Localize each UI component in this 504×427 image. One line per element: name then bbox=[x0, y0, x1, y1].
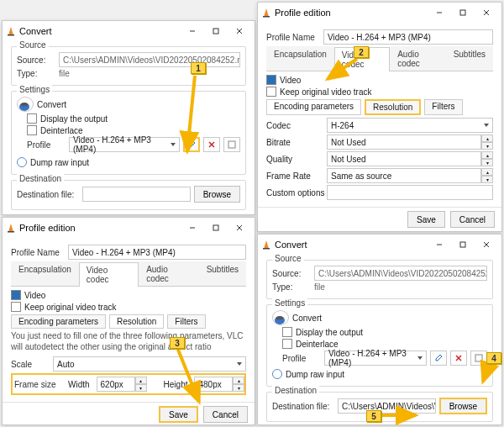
tab-encapsulation[interactable]: Encapsulation bbox=[266, 46, 334, 71]
cancel-button[interactable]: Cancel bbox=[203, 406, 248, 423]
scale-select[interactable]: Auto bbox=[53, 356, 246, 372]
subtab-encoding[interactable]: Encoding parameters bbox=[266, 99, 361, 115]
convert-window-1: Convert Source Source:C:\Users\ADMIN\Vid… bbox=[2, 20, 255, 215]
browse-button[interactable]: Browse bbox=[194, 186, 240, 203]
quality-label: Quality bbox=[266, 155, 327, 164]
quality-field[interactable]: Not Used bbox=[327, 151, 481, 166]
profile-name-field[interactable]: Video - H.264 + MP3 (MP4) bbox=[68, 245, 246, 260]
codec-tabs: Encapsulation Video codec Audio codec Su… bbox=[266, 46, 493, 71]
maximize-button[interactable] bbox=[204, 23, 228, 40]
svg-rect-29 bbox=[475, 355, 482, 361]
keep-original-label: Keep original video track bbox=[24, 303, 117, 312]
subtab-filters[interactable]: Filters bbox=[167, 314, 205, 329]
edit-profile-button[interactable] bbox=[183, 137, 200, 152]
video-checkbox-label: Video bbox=[280, 76, 301, 85]
cancel-button[interactable]: Cancel bbox=[450, 211, 495, 228]
tab-encapsulation[interactable]: Encapsulation bbox=[11, 261, 79, 286]
svg-rect-12 bbox=[460, 10, 465, 15]
height-label: Height bbox=[164, 380, 188, 389]
delete-profile-button[interactable] bbox=[450, 351, 467, 366]
dump-radio[interactable] bbox=[272, 369, 282, 379]
bitrate-field[interactable]: Not Used bbox=[327, 134, 481, 150]
callout-5: 5 bbox=[366, 410, 381, 422]
profile-name-field[interactable]: Video - H.264 + MP3 (MP4) bbox=[323, 29, 493, 45]
close-button[interactable] bbox=[228, 23, 251, 40]
height-spinner[interactable]: 480px▴▾ bbox=[194, 377, 244, 392]
custom-options-field[interactable] bbox=[327, 185, 493, 200]
scale-label: Scale bbox=[11, 360, 50, 369]
tab-subtitles[interactable]: Subtitles bbox=[446, 46, 493, 71]
close-button[interactable] bbox=[228, 219, 251, 236]
delete-profile-button[interactable] bbox=[203, 137, 220, 152]
deinterlace-label: Deinterlace bbox=[296, 340, 339, 349]
vlc-cone-icon bbox=[261, 240, 271, 250]
tab-video-codec[interactable]: Video codec bbox=[79, 262, 139, 287]
dest-file-field[interactable] bbox=[82, 187, 191, 202]
svg-rect-22 bbox=[263, 248, 270, 250]
maximize-button[interactable] bbox=[451, 4, 475, 21]
callout-2: 2 bbox=[354, 46, 369, 58]
dest-file-field[interactable]: C:\Users\ADMIN\Videos\VID20220502084252.… bbox=[338, 398, 436, 414]
settings-group-label: Settings bbox=[272, 298, 307, 308]
edit-profile-button[interactable] bbox=[430, 351, 447, 366]
type-value: file bbox=[59, 69, 70, 78]
save-button[interactable]: Save bbox=[159, 406, 198, 423]
minimize-button[interactable] bbox=[181, 219, 204, 236]
svg-rect-24 bbox=[460, 242, 465, 247]
titlebar: Convert bbox=[3, 21, 255, 41]
maximize-button[interactable] bbox=[204, 219, 228, 236]
bitrate-spinner[interactable]: ▴▾ bbox=[481, 134, 493, 150]
video-checkbox[interactable] bbox=[11, 290, 21, 300]
window-title: Convert bbox=[275, 240, 428, 250]
svg-rect-1 bbox=[8, 34, 14, 36]
save-button[interactable]: Save bbox=[407, 211, 445, 228]
svg-rect-10 bbox=[263, 16, 270, 18]
dump-radio[interactable] bbox=[17, 157, 27, 167]
codec-select[interactable]: H-264 bbox=[327, 118, 493, 133]
source-group: Source Source:C:\Users\ADMIN\Videos\VID2… bbox=[266, 260, 493, 299]
new-profile-button[interactable] bbox=[470, 351, 487, 366]
svg-marker-0 bbox=[8, 27, 13, 35]
profile-select[interactable]: Video - H.264 + MP3 (MP4) bbox=[69, 137, 180, 152]
convert-radio[interactable] bbox=[17, 97, 34, 112]
framerate-spinner[interactable]: ▴▾ bbox=[481, 168, 493, 183]
tab-subtitles[interactable]: Subtitles bbox=[199, 261, 246, 286]
dump-radio-label: Dump raw input bbox=[286, 370, 344, 379]
browse-button[interactable]: Browse bbox=[439, 398, 487, 414]
codec-tabs: Encapsulation Video codec Audio codec Su… bbox=[11, 261, 246, 287]
keep-original-checkbox[interactable] bbox=[266, 87, 276, 97]
framerate-field[interactable]: Same as source bbox=[327, 168, 481, 183]
frame-size-row: Frame size Width 620px▴▾ Height 480px▴▾ bbox=[11, 373, 246, 395]
width-field[interactable]: 620px bbox=[97, 377, 135, 392]
profile-name-label: Profile Name bbox=[11, 248, 65, 257]
display-output-checkbox[interactable] bbox=[282, 327, 292, 337]
video-checkbox[interactable] bbox=[266, 75, 276, 85]
height-field[interactable]: 480px bbox=[194, 377, 233, 392]
destination-group-label: Destination bbox=[272, 386, 319, 395]
minimize-button[interactable] bbox=[428, 4, 451, 21]
deinterlace-checkbox[interactable] bbox=[282, 339, 292, 349]
subtab-resolution[interactable]: Resolution bbox=[109, 314, 164, 329]
new-profile-button[interactable] bbox=[223, 137, 240, 152]
profile-select[interactable]: Video - H.264 + MP3 (MP4) bbox=[324, 351, 427, 366]
convert-radio[interactable] bbox=[272, 310, 289, 325]
width-spinner[interactable]: 620px▴▾ bbox=[97, 377, 147, 392]
vlc-cone-icon bbox=[6, 26, 16, 36]
subtab-resolution[interactable]: Resolution bbox=[365, 99, 421, 115]
subtab-filters[interactable]: Filters bbox=[424, 99, 462, 115]
video-subtabs: Encoding parameters Resolution Filters bbox=[266, 99, 493, 115]
maximize-button[interactable] bbox=[451, 236, 475, 253]
minimize-button[interactable] bbox=[181, 23, 204, 40]
close-button[interactable] bbox=[475, 4, 498, 21]
minimize-button[interactable] bbox=[428, 236, 451, 253]
close-button[interactable] bbox=[475, 236, 498, 253]
display-output-checkbox[interactable] bbox=[27, 113, 37, 124]
tab-audio-codec[interactable]: Audio codec bbox=[139, 261, 199, 286]
subtab-encoding[interactable]: Encoding parameters bbox=[11, 314, 106, 329]
deinterlace-checkbox[interactable] bbox=[27, 125, 37, 135]
tab-audio-codec[interactable]: Audio codec bbox=[390, 46, 445, 71]
vlc-cone-icon bbox=[261, 8, 271, 18]
keep-original-checkbox[interactable] bbox=[11, 302, 21, 312]
destination-group-label: Destination bbox=[17, 174, 64, 183]
quality-spinner[interactable]: ▴▾ bbox=[481, 151, 493, 166]
